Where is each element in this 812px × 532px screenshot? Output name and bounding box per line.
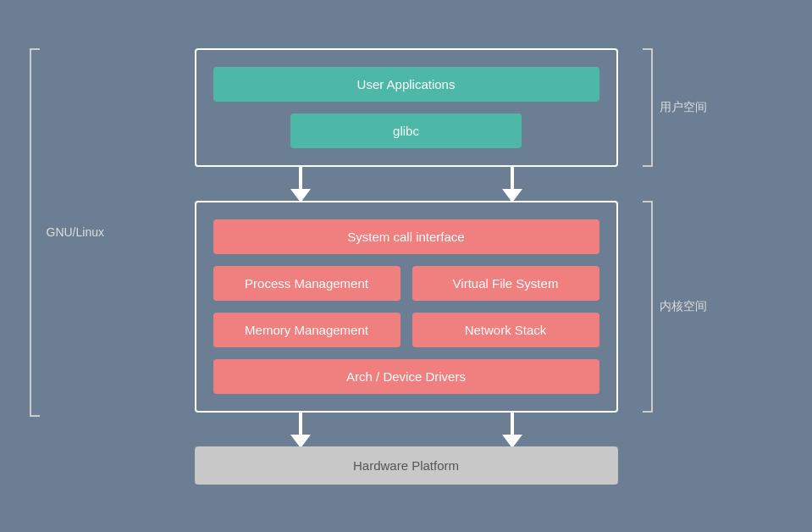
- kernelspace-section: 内核空间 System call interface Process Manag…: [195, 201, 618, 413]
- gnu-linux-bracket: GNU/Linux: [30, 48, 104, 417]
- system-call-block: System call interface: [213, 219, 599, 254]
- userspace-box: User Applications glibc: [195, 48, 618, 167]
- user-applications-block: User Applications: [213, 67, 599, 102]
- arrow-shaft: [511, 165, 514, 189]
- kernelspace-label: 内核空间: [660, 299, 707, 314]
- mm-ns-row: Memory Management Network Stack: [213, 313, 599, 347]
- arrow-left: [290, 165, 311, 202]
- arrow-shaft: [299, 411, 302, 435]
- userspace-section: 用户空间 User Applications glibc: [195, 48, 618, 167]
- arrow-shaft: [511, 411, 514, 435]
- gnu-linux-label: GNU/Linux: [47, 225, 104, 239]
- kernelspace-bracket: 内核空间: [643, 201, 707, 413]
- hardware-platform-block: Hardware Platform: [195, 446, 618, 485]
- arch-device-drivers-block: Arch / Device Drivers: [213, 359, 599, 394]
- main-layout: GNU/Linux 用户空间 User Applications glibc: [110, 48, 703, 485]
- arrow-left-hw: [290, 411, 311, 448]
- pm-vfs-row: Process Management Virtual File System: [213, 266, 599, 301]
- arrow-shaft: [299, 165, 302, 189]
- virtual-file-system-block: Virtual File System: [412, 266, 599, 301]
- arrow-right: [502, 165, 522, 202]
- arrow-right-hw: [502, 411, 522, 448]
- kernelspace-box: System call interface Process Management…: [195, 201, 618, 413]
- diagram-container: GNU/Linux 用户空间 User Applications glibc: [59, 20, 754, 512]
- process-management-block: Process Management: [213, 266, 400, 301]
- userspace-bracket: 用户空间: [643, 48, 707, 167]
- memory-management-block: Memory Management: [213, 313, 400, 347]
- kernel-to-hw-arrows: [195, 411, 618, 448]
- network-stack-block: Network Stack: [412, 313, 599, 347]
- glibc-block: glibc: [290, 114, 522, 148]
- userspace-to-kernel-arrows: [195, 165, 618, 202]
- userspace-label: 用户空间: [660, 100, 707, 115]
